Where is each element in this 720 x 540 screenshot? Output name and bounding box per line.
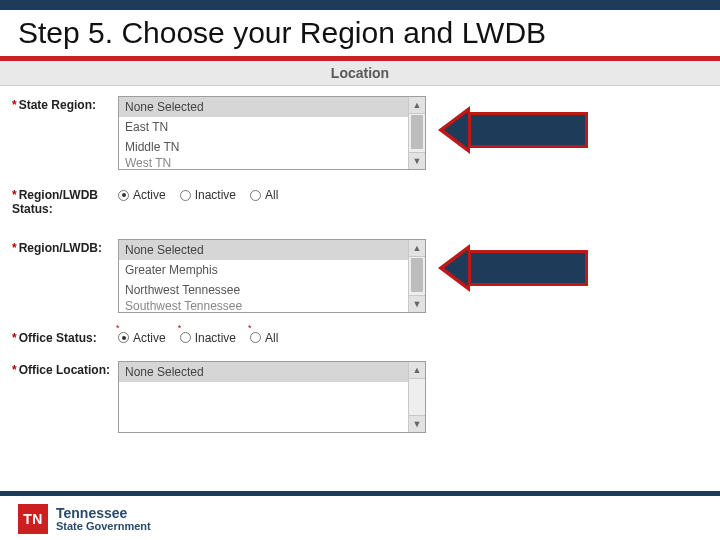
arrow-callout [468,112,588,148]
scrollbar[interactable]: ▲ ▼ [408,97,425,169]
list-item[interactable]: Greater Memphis [119,260,425,280]
radio-active[interactable]: Active [118,186,166,202]
scroll-down-icon[interactable]: ▼ [409,295,425,312]
slide-title: Step 5. Choose your Region and LWDB [0,10,720,56]
label-state-region: State Region: [12,96,118,112]
radio-label: All [265,188,278,202]
label-office-status: Office Status: [12,329,118,345]
arrow-callout [468,250,588,286]
scroll-up-icon[interactable]: ▲ [409,97,425,114]
radiogroup-region-lwdb-status: Active Inactive All [118,186,278,202]
radio-all[interactable]: *All [250,329,278,345]
scrollbar[interactable]: ▲ ▼ [408,362,425,432]
radio-label: Inactive [195,331,236,345]
scroll-up-icon[interactable]: ▲ [409,240,425,257]
list-item[interactable]: Southwest Tennessee [119,300,425,312]
scrollbar[interactable]: ▲ ▼ [408,240,425,312]
location-form: State Region: None Selected East TN Midd… [0,86,720,445]
radio-all[interactable]: All [250,186,278,202]
footer-branding: TN Tennessee State Government [18,504,151,534]
list-item[interactable]: Northwest Tennessee [119,280,425,300]
row-region-lwdb: Region/LWDB: None Selected Greater Memph… [0,229,720,325]
radiogroup-office-status: *Active *Inactive *All [118,329,278,345]
list-item[interactable]: None Selected [119,240,425,260]
list-item[interactable]: West TN [119,157,425,169]
radio-label: Active [133,188,166,202]
scroll-down-icon[interactable]: ▼ [409,152,425,169]
tn-logo-badge: TN [18,504,48,534]
label-office-location: Office Location: [12,361,118,377]
row-region-lwdb-status: Region/LWDB Status: Active Inactive All [0,182,720,229]
scroll-down-icon[interactable]: ▼ [409,415,425,432]
radio-active[interactable]: *Active [118,329,166,345]
scroll-thumb[interactable] [411,258,423,292]
radio-label: Inactive [195,188,236,202]
listbox-state-region[interactable]: None Selected East TN Middle TN West TN … [118,96,426,170]
list-item[interactable]: None Selected [119,97,425,117]
arrow-icon [438,106,470,154]
listbox-region-lwdb[interactable]: None Selected Greater Memphis Northwest … [118,239,426,313]
radio-label: Active [133,331,166,345]
section-header-location: Location [0,61,720,86]
arrow-icon [438,244,470,292]
radio-inactive[interactable]: *Inactive [180,329,236,345]
list-item[interactable]: Middle TN [119,137,425,157]
footer-line1: Tennessee [56,506,151,521]
radio-label: All [265,331,278,345]
label-region-lwdb: Region/LWDB: [12,239,118,255]
scroll-thumb[interactable] [411,115,423,149]
row-state-region: State Region: None Selected East TN Midd… [0,92,720,182]
slide-top-bar [0,0,720,10]
list-item[interactable]: None Selected [119,362,425,382]
list-item[interactable]: East TN [119,117,425,137]
radio-inactive[interactable]: Inactive [180,186,236,202]
row-office-status: Office Status: *Active *Inactive *All [0,325,720,357]
footer-line2: State Government [56,521,151,533]
listbox-office-location[interactable]: None Selected ▲ ▼ [118,361,426,433]
scroll-up-icon[interactable]: ▲ [409,362,425,379]
label-region-lwdb-status: Region/LWDB Status: [12,186,118,217]
footer-divider [0,491,720,496]
row-office-location: Office Location: None Selected ▲ ▼ [0,357,720,445]
